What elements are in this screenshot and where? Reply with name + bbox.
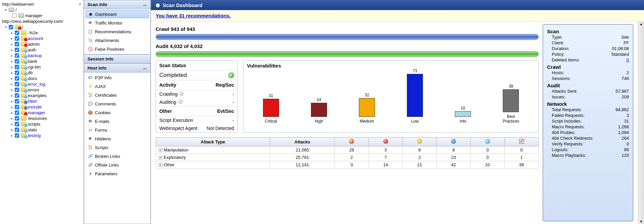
tree-checkbox[interactable]	[15, 48, 19, 52]
scan-info-item[interactable]: 👁Traffic Monitor	[84, 18, 150, 27]
tree-root-2[interactable]: ▾ ! /	[0, 24, 84, 30]
host-info-item[interactable]: ▭Forms	[84, 126, 150, 134]
tree-node[interactable]: ▸iexamples	[0, 93, 84, 98]
tree-checkbox[interactable]	[15, 128, 19, 132]
host-info-item[interactable]: 📜Certificates	[84, 91, 150, 99]
tree-checkbox[interactable]	[15, 53, 19, 58]
collapse-icon[interactable]: ︽	[143, 2, 147, 7]
recommendations-link[interactable]: You have 31 recommendations.	[156, 13, 231, 18]
tree-checkbox[interactable]	[15, 36, 19, 41]
chevron-right-icon[interactable]: ▸	[10, 59, 13, 63]
host-info-item[interactable]: 💬Comments	[84, 99, 150, 108]
col-bp[interactable]	[504, 138, 538, 146]
scan-info-item[interactable]: 📎Attachments	[84, 36, 150, 45]
table-row[interactable]: +Exploratory25,7812722301	[156, 154, 539, 161]
tree-node[interactable]: manager	[0, 13, 84, 18]
host-info-item[interactable]: 🏷P3P Info	[84, 73, 150, 82]
chevron-right-icon[interactable]: ▸	[10, 122, 13, 126]
chevron-right-icon[interactable]: ▸	[10, 94, 13, 97]
tree-node[interactable]: ▸icgi-bin	[0, 64, 84, 70]
collapse-icon[interactable]: ︽	[143, 65, 147, 71]
tree-checkbox[interactable]	[15, 71, 19, 75]
chevron-right-icon[interactable]: ▸	[10, 82, 13, 86]
host-info-header[interactable]: Host Info︽	[84, 63, 151, 73]
tree-node[interactable]: ▸!admin	[0, 41, 84, 47]
tree-node[interactable]: ▸ierror_log	[0, 81, 84, 87]
tree-checkbox[interactable]	[15, 105, 19, 109]
tree-checkbox[interactable]	[12, 13, 16, 18]
chevron-right-icon[interactable]: ▸	[10, 54, 13, 57]
chevron-right-icon[interactable]: ▸	[10, 117, 13, 120]
host-info-item[interactable]: 🔗Offsite Links	[84, 161, 150, 169]
tree-node[interactable]: ▸itesting	[0, 133, 84, 138]
scroll-down-icon[interactable]: ▼	[639, 219, 644, 224]
tree-checkbox[interactable]	[15, 59, 19, 63]
tree-checkbox[interactable]	[15, 122, 19, 126]
chevron-right-icon[interactable]: ▸	[10, 134, 13, 137]
tree-checkbox[interactable]	[15, 42, 19, 46]
tree-node[interactable]: ▸ibackup	[0, 53, 84, 58]
tree-checkbox[interactable]	[15, 93, 19, 98]
col-low[interactable]	[437, 138, 471, 146]
host-info-item[interactable]: 🍪Cookies	[84, 108, 150, 117]
chevron-right-icon[interactable]: ▸	[10, 37, 13, 40]
chevron-right-icon[interactable]: ▸	[10, 31, 13, 35]
scan-info-header[interactable]: Scan Info︽	[84, 0, 151, 9]
tree-node[interactable]: ▸iauth	[0, 47, 84, 53]
tree-node[interactable]: ▸!manager	[0, 110, 84, 116]
chevron-right-icon[interactable]: ▸	[10, 111, 13, 115]
tree-node[interactable]: ▸.%2e	[0, 30, 84, 36]
site-tree-panel[interactable]: http://webserver/ ▾ ▾ / manager http://z…	[0, 0, 84, 224]
tree-checkbox[interactable]	[15, 76, 19, 81]
vertical-scrollbar[interactable]: ▲ ▼	[638, 21, 644, 224]
host-url-2[interactable]: http://zero.webappsecurity.com/	[0, 18, 84, 24]
stat-link[interactable]: 0	[627, 57, 629, 62]
chevron-right-icon[interactable]: ▸	[10, 128, 13, 132]
tree-checkbox[interactable]	[15, 133, 19, 138]
tree-checkbox[interactable]	[15, 116, 19, 121]
chevron-right-icon[interactable]: ▸	[10, 88, 13, 92]
tree-root-1[interactable]: ▾ /	[0, 7, 84, 13]
tree-checkbox[interactable]	[15, 88, 19, 92]
chevron-down-icon[interactable]: ▾	[4, 8, 7, 12]
tree-checkbox[interactable]	[15, 110, 19, 115]
col-info[interactable]	[471, 138, 504, 146]
chevron-right-icon[interactable]: ▸	[10, 99, 13, 103]
chevron-right-icon[interactable]: ▸	[10, 42, 13, 46]
scan-info-item[interactable]: 🚫False Positives	[84, 45, 150, 53]
tree-node[interactable]: ▸iinclude	[0, 104, 84, 110]
host-info-item[interactable]: ✉E-mails	[84, 117, 150, 126]
tree-checkbox[interactable]	[15, 99, 19, 103]
tree-node[interactable]: ▸ihtbin	[0, 98, 84, 104]
tree-node[interactable]: ▸!account	[0, 36, 84, 41]
expand-icon[interactable]: +	[159, 156, 162, 160]
session-info-header[interactable]: Session Info	[84, 54, 151, 63]
host-url-1[interactable]: http://webserver/ ▾	[0, 1, 84, 7]
tree-node[interactable]: ▸iscripts	[0, 121, 84, 127]
chevron-right-icon[interactable]: ▸	[10, 48, 13, 52]
scan-info-item[interactable]: 📋Recommendations	[84, 27, 150, 36]
tree-node[interactable]: ▸ibank	[0, 58, 84, 64]
expand-icon[interactable]: +	[159, 148, 162, 152]
tree-checkbox[interactable]	[15, 82, 19, 86]
host-info-item[interactable]: 👁Hiddens	[84, 134, 150, 143]
col-attacks[interactable]: Attacks	[270, 138, 335, 146]
tree-checkbox[interactable]	[9, 25, 13, 29]
table-row[interactable]: +Manipulation21,0652639800	[156, 146, 539, 154]
scan-info-item[interactable]: ◉Dashboard	[86, 10, 149, 18]
tree-node[interactable]: ▸istats	[0, 127, 84, 133]
tree-node[interactable]: ▸resources	[0, 116, 84, 121]
tree-checkbox[interactable]	[15, 65, 19, 69]
chevron-right-icon[interactable]: ▸	[10, 77, 13, 80]
chevron-right-icon[interactable]: ▸	[10, 105, 13, 109]
col-critical[interactable]	[335, 138, 369, 146]
col-high[interactable]	[369, 138, 402, 146]
expand-icon[interactable]: +	[159, 163, 162, 167]
host-info-item[interactable]: ⚡AJAX	[84, 82, 150, 91]
scroll-up-icon[interactable]: ▲	[639, 21, 644, 27]
tree-node[interactable]: ▸idb	[0, 70, 84, 76]
chevron-right-icon[interactable]: ▸	[10, 71, 13, 75]
col-attack-type[interactable]: Attack Type	[156, 138, 270, 146]
tree-node[interactable]: ▸idocs	[0, 76, 84, 81]
chevron-down-icon[interactable]: ▾	[4, 25, 7, 29]
